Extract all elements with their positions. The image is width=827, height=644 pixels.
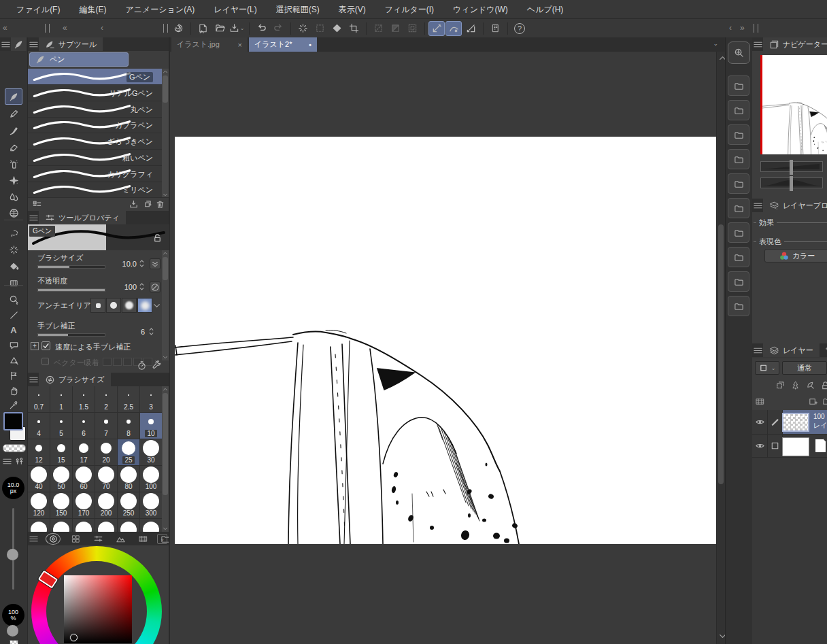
brush-size-15[interactable]: 15 bbox=[50, 439, 73, 466]
material-layout-button[interactable] bbox=[728, 173, 749, 194]
document-tab[interactable]: イラスト2*● bbox=[249, 37, 317, 52]
selection-fill-button[interactable] bbox=[387, 21, 403, 36]
tool-property-menu-icon[interactable] bbox=[28, 211, 39, 224]
blend-tool[interactable] bbox=[5, 188, 22, 205]
brush-item-ミリペン[interactable]: ミリペン bbox=[28, 182, 163, 198]
delete-subtool-icon[interactable] bbox=[155, 199, 165, 209]
dock-handle-icon[interactable] bbox=[754, 24, 758, 33]
brush-item-カブラペン[interactable]: カブラペン bbox=[28, 117, 163, 133]
crop-button[interactable] bbox=[345, 21, 362, 36]
brush-size-scrollbar[interactable] bbox=[162, 386, 169, 532]
layer-property-tab[interactable]: レイヤープロパティ bbox=[763, 199, 827, 212]
brush-size-1.5[interactable]: 1.5 bbox=[73, 386, 95, 413]
frame-tool[interactable] bbox=[5, 367, 22, 384]
opacity-slider-handle[interactable] bbox=[7, 625, 18, 637]
brush-tool[interactable] bbox=[5, 122, 22, 139]
antialias-option-middle[interactable] bbox=[122, 298, 137, 313]
brush-size-4[interactable]: 4 bbox=[28, 413, 50, 439]
antialias-dropdown-icon[interactable] bbox=[152, 301, 162, 311]
material-web-button[interactable] bbox=[728, 271, 749, 292]
material-all-button[interactable] bbox=[728, 75, 749, 96]
opacity-dynamics-button[interactable] bbox=[150, 282, 161, 292]
airbrush-tool[interactable] bbox=[5, 156, 22, 172]
material-monochrome-button[interactable] bbox=[728, 149, 749, 169]
clip-to-layer-icon[interactable] bbox=[775, 380, 786, 390]
brush-size-tab[interactable]: ブラシサイズ bbox=[39, 373, 111, 386]
color-panel-dropdown-icon[interactable]: ⌄ bbox=[157, 534, 167, 544]
sv-cursor[interactable] bbox=[70, 634, 78, 641]
brush-size-30[interactable]: 30 bbox=[140, 439, 163, 466]
tool-property-scrollbar[interactable] bbox=[162, 250, 169, 360]
brush-size-60[interactable]: 60 bbox=[73, 466, 95, 492]
reselect-button[interactable] bbox=[311, 21, 328, 36]
navigator-preview[interactable] bbox=[760, 55, 827, 154]
canvas-vertical-scrollbar[interactable] bbox=[716, 52, 726, 644]
brush-item-リアルGペン[interactable]: リアルGペン bbox=[28, 85, 163, 101]
brush-size-dynamics-button[interactable] bbox=[150, 258, 161, 269]
new-folder-icon[interactable] bbox=[822, 396, 827, 407]
brush-item-丸ペン[interactable]: 丸ペン bbox=[28, 101, 163, 118]
pencil-tool[interactable] bbox=[5, 105, 22, 122]
antialias-option-weak[interactable] bbox=[106, 298, 121, 313]
brush-item-粗いペン[interactable]: 粗いペン bbox=[28, 150, 163, 166]
layer-row-paper[interactable] bbox=[752, 435, 827, 458]
selection-lasso-tool[interactable] bbox=[5, 225, 22, 241]
help-button[interactable]: ? bbox=[511, 21, 528, 36]
subtool-group-pen[interactable]: ペン bbox=[29, 52, 129, 67]
brush-size-170[interactable]: 170 bbox=[73, 492, 95, 519]
material-home-button[interactable] bbox=[728, 100, 749, 120]
brush-list-scrollbar[interactable] bbox=[162, 69, 169, 198]
brush-size-80[interactable]: 80 bbox=[118, 466, 140, 492]
layer-menu-icon[interactable] bbox=[752, 343, 763, 357]
material-edit-button[interactable] bbox=[728, 247, 749, 267]
brush-size-track[interactable] bbox=[37, 265, 105, 269]
menu-ウィンドウ(W)[interactable]: ウィンドウ(W) bbox=[443, 0, 518, 19]
save-file-button[interactable]: ⌄ bbox=[229, 21, 245, 36]
navigator-rotate-handle[interactable] bbox=[790, 176, 793, 191]
menu-選択範囲(S)[interactable]: 選択範囲(S) bbox=[267, 0, 329, 19]
text-tool[interactable]: A bbox=[5, 322, 22, 338]
material-image-button[interactable] bbox=[728, 222, 749, 243]
navigator-zoom-handle[interactable] bbox=[790, 160, 793, 175]
expression-color-button[interactable]: カラー bbox=[764, 249, 827, 262]
open-file-button[interactable] bbox=[212, 21, 228, 36]
brush-size-70[interactable]: 70 bbox=[95, 466, 118, 492]
snap-to-grid-button[interactable] bbox=[462, 21, 479, 36]
expand-icon[interactable]: + bbox=[31, 342, 39, 350]
animation-folder-icon[interactable] bbox=[755, 396, 765, 407]
brush-size-17[interactable]: 17 bbox=[73, 439, 95, 466]
decoration-tool[interactable] bbox=[5, 172, 22, 188]
gradient-tool[interactable] bbox=[5, 275, 22, 291]
saturation-value-square[interactable] bbox=[64, 575, 132, 643]
subtool-tab[interactable]: サブツール bbox=[39, 37, 103, 51]
color-history-tab-icon[interactable] bbox=[135, 533, 150, 545]
brush-size-2[interactable]: 2 bbox=[95, 386, 118, 413]
brush-size-150[interactable]: 150 bbox=[50, 492, 73, 519]
selection-border-button[interactable] bbox=[404, 21, 420, 36]
quickbar-menu-icon[interactable] bbox=[1, 454, 12, 468]
blend-mode-select[interactable]: 通常 bbox=[782, 361, 827, 375]
opacity-slider[interactable] bbox=[10, 640, 18, 644]
brush-size-spinner[interactable] bbox=[139, 258, 145, 269]
line-tool[interactable] bbox=[5, 307, 22, 323]
tool-palette-tab[interactable] bbox=[11, 37, 27, 51]
layer-thumbnail[interactable] bbox=[782, 413, 809, 432]
canvas-viewport[interactable] bbox=[170, 52, 716, 644]
show-panel-button[interactable] bbox=[487, 21, 503, 36]
undo-button[interactable] bbox=[253, 21, 269, 36]
brush-item-Gペン[interactable]: Gペン bbox=[28, 69, 163, 85]
brush-size-partial[interactable] bbox=[95, 519, 118, 532]
menu-表示(V)[interactable]: 表示(V) bbox=[329, 0, 375, 19]
brush-size-20[interactable]: 20 bbox=[95, 439, 118, 466]
brush-size-8[interactable]: 8 bbox=[118, 413, 140, 439]
fill-tool[interactable] bbox=[5, 258, 22, 275]
layer-visibility-icon[interactable] bbox=[752, 410, 768, 434]
brush-size-120[interactable]: 120 bbox=[28, 492, 50, 519]
blend-mode-icon-button[interactable]: ⌄ bbox=[755, 361, 779, 375]
redo-button[interactable] bbox=[270, 21, 286, 36]
dock-collapse-icon[interactable]: « bbox=[63, 19, 67, 37]
app-logo-button[interactable] bbox=[170, 21, 186, 36]
approximate-color-tab-icon[interactable] bbox=[113, 533, 128, 545]
layer-property-menu-icon[interactable] bbox=[752, 199, 763, 212]
dock-prev-icon[interactable]: ‹ bbox=[729, 19, 732, 37]
